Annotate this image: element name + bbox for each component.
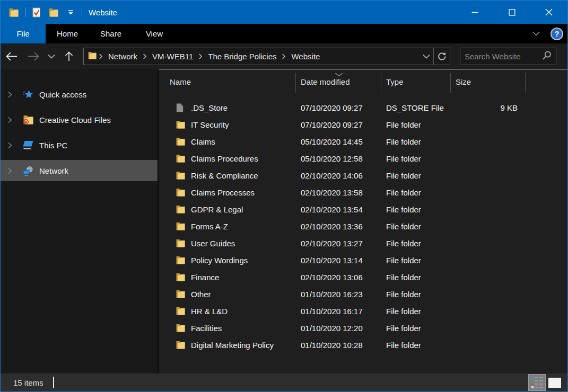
file-name: HR & L&D [191,307,228,316]
date-modified: 01/10/2020 10:28 [296,341,381,350]
table-row[interactable]: .DS_Store07/10/2020 09:27DS_STORE File9 … [159,99,567,116]
table-row[interactable]: User Guides02/10/2020 13:27File folder [159,235,567,252]
refresh-icon[interactable] [434,52,450,61]
status-bar: 15 items [1,373,567,391]
column-header-size[interactable]: Size [451,69,526,94]
close-button[interactable] [530,1,567,24]
sort-descending-icon[interactable] [335,69,343,78]
tab-view[interactable]: View [133,24,176,43]
tab-label: View [146,29,163,38]
file-type: File folder [381,290,451,299]
breadcrumb-chevron-icon[interactable] [279,54,288,59]
tab-share[interactable]: Share [89,24,133,43]
search-icon[interactable] [543,51,552,62]
address-dropdown-icon[interactable] [420,54,433,59]
column-header-name[interactable]: Name [159,69,296,94]
file-name: Digital Marketing Policy [191,341,274,350]
file-name: Other [191,290,211,299]
folder-icon [176,239,186,247]
breadcrumb-item[interactable]: The Bridge Policies [205,52,279,61]
file-name: GDPR & Legal [191,205,243,214]
file-name: Claims [191,137,215,146]
file-type: File folder [381,154,451,163]
date-modified: 01/10/2020 16:17 [296,307,381,316]
breadcrumb-chevron-icon[interactable] [97,54,105,59]
file-type: File folder [381,120,451,129]
main-area: Quick accessCreative Cloud FilesThis PCN… [1,69,567,374]
table-row[interactable]: Claims05/10/2020 14:45File folder [159,133,567,150]
expand-chevron-icon[interactable] [8,117,14,123]
tab-home[interactable]: Home [46,24,89,43]
breadcrumb-chevron-icon[interactable] [196,54,205,59]
folder-icon [176,120,186,129]
table-row[interactable]: Policy Wordings02/10/2020 13:14File fold… [159,252,567,269]
date-modified: 02/10/2020 13:27 [296,239,381,248]
column-header-date-modified[interactable]: Date modified [296,69,381,94]
date-modified: 02/10/2020 13:58 [296,188,381,197]
minimize-button[interactable] [456,1,493,24]
details-view-button[interactable] [528,374,546,391]
up-button[interactable] [59,48,79,65]
date-modified: 05/10/2020 14:45 [296,137,381,146]
breadcrumb-item[interactable]: Network [105,52,141,61]
column-header-label: Size [451,77,471,86]
table-row[interactable]: Claims Processes02/10/2020 13:58File fol… [159,184,567,201]
window-title: Website [89,8,117,17]
file-name: Claims Procedures [191,154,258,163]
column-header-label: Name [159,77,191,86]
thumbnails-view-button[interactable] [546,374,563,391]
breadcrumb-chevron-icon[interactable] [141,54,149,59]
breadcrumb-item[interactable]: VM-WEB11 [149,52,196,61]
table-row[interactable]: Finance02/10/2020 13:06File folder [159,269,567,286]
file-type: DS_STORE File [381,103,451,112]
explorer-folder-icon[interactable] [8,5,20,19]
help-icon[interactable]: ? [550,28,563,40]
expand-chevron-icon[interactable] [8,167,14,174]
customize-qat-dropdown-icon[interactable] [65,5,76,19]
sidebar-item-quick-access[interactable]: Quick access [1,84,158,105]
date-modified: 01/10/2020 16:23 [296,290,381,299]
address-folder-icon [88,51,97,61]
table-row[interactable]: GDPR & Legal02/10/2020 13:54File folder [159,201,567,218]
file-type: File folder [381,137,451,146]
folder-icon [176,341,186,349]
recent-locations-icon[interactable] [44,48,59,65]
table-row[interactable]: IT Security07/10/2020 09:27File folder [159,116,567,133]
new-folder-icon[interactable] [48,5,59,19]
sidebar-item-this-pc[interactable]: This PC [1,135,158,156]
forward-button[interactable] [23,48,44,65]
table-row[interactable]: Other01/10/2020 16:23File folder [159,286,567,302]
file-rows: .DS_Store07/10/2020 09:27DS_STORE File9 … [159,99,567,353]
thumbnails-view-icon [548,378,561,388]
table-row[interactable]: Claims Procedures05/10/2020 12:58File fo… [159,150,567,167]
column-divider[interactable] [525,73,526,93]
date-modified: 02/10/2020 13:14 [296,256,381,265]
expand-chevron-icon[interactable] [8,142,14,149]
cc-folder-icon [22,115,34,124]
table-row[interactable]: Digital Marketing Policy01/10/2020 10:28… [159,336,567,353]
maximize-button[interactable] [493,1,530,24]
table-row[interactable]: Facilities01/10/2020 12:20File folder [159,319,567,336]
sidebar-item-creative-cloud-files[interactable]: Creative Cloud Files [1,109,158,130]
back-button[interactable] [1,48,23,65]
column-header-type[interactable]: Type [381,69,451,94]
file-type: File folder [381,205,451,214]
address-bar[interactable]: NetworkVM-WEB11The Bridge PoliciesWebsit… [83,48,450,65]
expand-chevron-icon[interactable] [8,91,14,98]
qat-separator [82,7,82,17]
breadcrumb-item[interactable]: Website [288,52,323,61]
folder-icon [176,307,186,315]
items-count: 15 items [13,378,43,387]
sidebar-item-network[interactable]: Network [1,160,158,181]
collapse-ribbon-icon[interactable] [529,27,543,41]
properties-check-icon[interactable] [31,5,42,19]
star-icon [22,90,34,100]
file-type: File folder [381,188,451,197]
table-row[interactable]: Forms A-Z02/10/2020 13:36File folder [159,218,567,235]
table-row[interactable]: Risk & Compliance02/10/2020 14:06File fo… [159,167,567,184]
tab-file[interactable]: File [1,24,46,43]
window-controls [456,1,567,24]
search-input[interactable] [465,52,543,61]
table-row[interactable]: HR & L&D01/10/2020 16:17File folder [159,302,567,319]
file-name: Claims Processes [191,188,255,197]
